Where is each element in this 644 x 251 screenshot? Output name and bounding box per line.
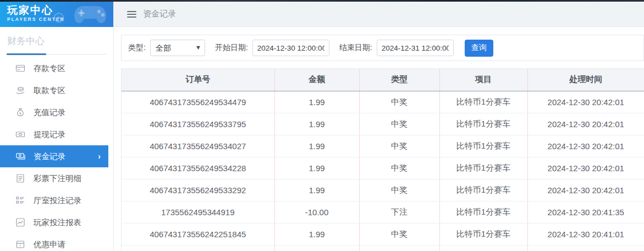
main-area: 资金记录 类型: 全部 ▼ 开始日期: 结束日期: 查询 [114,2,644,251]
table-cell: 1.99 [274,135,359,157]
table-cell: 2024-12-30 20:41:35 [527,201,644,223]
table-cell: 中奖 [359,135,439,157]
column-header: 类型 [359,69,439,91]
sidebar-item-label: 充值记录 [34,107,65,118]
table-body: 4067431735562495344791.99中奖比特币1分赛车2024-1… [122,91,644,251]
table-cell: 2024-12-30 20:41:01 [527,223,644,245]
sidebar-item-player-bet-report[interactable]: 玩家投注报表 [0,211,113,233]
table-row: 1735562495344919-10.00下注比特币1分赛车2024-12-3… [122,201,644,223]
table-cell [439,245,527,251]
page-title: 资金记录 [143,9,176,19]
column-header: 订单号 [122,69,274,91]
table-cell: 1.99 [274,223,359,245]
table-cell: 比特币1分赛车 [439,113,527,135]
table-cell: 比特币1分赛车 [439,91,527,113]
column-header: 处理时间 [527,69,644,91]
content: 类型: 全部 ▼ 开始日期: 结束日期: 查询 订单号金额类型项目 [114,27,644,251]
sidebar-item-label: 厅室投注记录 [34,195,81,206]
sidebar-header: 玩家中心 PLAYERS CENTER [0,2,113,27]
chart-icon [15,217,25,227]
sidebar-item-label: 资金记录 [34,151,65,162]
menu-toggle-icon[interactable] [127,11,136,18]
coupon-icon [15,239,25,249]
start-date-input[interactable] [252,40,329,56]
column-header: 金额 [274,69,359,91]
sidebar-item-recharge-records[interactable]: 充值记录 [0,101,113,123]
cash-stack-icon [15,151,25,161]
table-cell: 2024-12-30 20:42:01 [527,91,644,113]
table-cell: 1.99 [274,157,359,179]
table-row: 4067431735562495342281.99中奖比特币1分赛车2024-1… [122,157,644,179]
table-header-row: 订单号金额类型项目处理时间 [122,69,644,91]
table-cell: 2024-12-30 20:42:01 [527,157,644,179]
gamepad-icon [70,2,110,27]
table-row-partial [122,245,644,251]
table-cell: 比特币1分赛车 [439,201,527,223]
table-cell: 比特币1分赛车 [439,135,527,157]
banknote-icon [15,129,25,139]
type-label: 类型: [128,43,146,53]
section-divider [7,53,107,55]
chevron-right-icon: › [98,152,101,161]
type-select[interactable]: 全部 [150,40,205,56]
table-cell [274,245,359,251]
sidebar-item-label: 优惠申请 [34,239,65,250]
sidebar-section-title: 财务中心 [0,27,113,47]
table-cell [359,245,439,251]
sidebar-item-deposit-zone[interactable]: 存款专区 [0,57,113,79]
table-cell: 2024-12-30 20:42:01 [527,135,644,157]
list-icon [15,195,25,205]
topbar: 资金记录 [114,2,644,27]
table-cell: -10.00 [274,201,359,223]
sidebar-item-label: 玩家投注报表 [34,217,81,228]
table-cell: 406743173556249534228 [122,157,274,179]
table-cell: 中奖 [359,157,439,179]
search-button[interactable]: 查询 [465,40,493,57]
table-cell: 406743173556242251845 [122,223,274,245]
sidebar-item-label: 提现记录 [34,129,65,140]
table-cell: 1.99 [274,91,359,113]
table-cell: 406743173556249534027 [122,135,274,157]
players-center-app: 玩家中心 PLAYERS CENTER [0,2,644,251]
hand-money-icon [15,85,25,95]
start-date-label: 开始日期: [215,43,248,53]
records-table-panel: 订单号金额类型项目处理时间 4067431735562495344791.99中… [121,68,644,251]
sidebar-item-hall-bet-records[interactable]: 厅室投注记录 [0,189,113,211]
table-row: 4067431735562495337951.99中奖比特币1分赛车2024-1… [122,113,644,135]
sidebar-item-label: 彩票下注明细 [34,173,81,184]
table-cell: 中奖 [359,91,439,113]
sidebar-item-lottery-bet-details[interactable]: 彩票下注明细 [0,167,113,189]
table-cell: 比特币1分赛车 [439,157,527,179]
table-cell [122,245,274,251]
sidebar-item-promo-application[interactable]: 优惠申请 [0,233,113,251]
table-cell: 下注 [359,201,439,223]
table-cell: 406743173556249533795 [122,113,274,135]
bank-card-icon [15,63,25,73]
sidebar-item-withdraw-records[interactable]: 提现记录 [0,123,113,145]
table-cell: 中奖 [359,113,439,135]
table-cell: 中奖 [359,179,439,201]
table-row: 4067431735562495332921.99中奖比特币1分赛车2024-1… [122,179,644,201]
records-table: 订单号金额类型项目处理时间 4067431735562495344791.99中… [122,69,644,251]
end-date-label: 结束日期: [339,43,372,53]
sidebar: 玩家中心 PLAYERS CENTER [0,2,114,251]
table-cell [527,245,644,251]
table-cell: 2024-12-30 20:42:01 [527,113,644,135]
sidebar-item-withdraw-zone[interactable]: 取款专区 [0,79,113,101]
table-cell: 1.99 [274,179,359,201]
table-cell: 406743173556249534479 [122,91,274,113]
filter-panel: 类型: 全部 ▼ 开始日期: 结束日期: 查询 [121,35,644,61]
table-cell: 406743173556249533292 [122,179,274,201]
circle-decoration-icon [53,12,65,26]
table-cell: 比特币1分赛车 [439,223,527,245]
table-cell: 1735562495344919 [122,201,274,223]
column-header: 项目 [439,69,527,91]
table-cell: 比特币1分赛车 [439,179,527,201]
money-bag-icon [15,107,25,117]
sidebar-item-label: 取款专区 [34,85,65,96]
end-date-input[interactable] [377,40,454,56]
sidebar-item-fund-records[interactable]: 资金记录› [0,145,108,167]
table-cell: 1.99 [274,113,359,135]
table-cell: 2024-12-30 20:42:01 [527,179,644,201]
sidebar-item-label: 存款专区 [34,63,65,74]
